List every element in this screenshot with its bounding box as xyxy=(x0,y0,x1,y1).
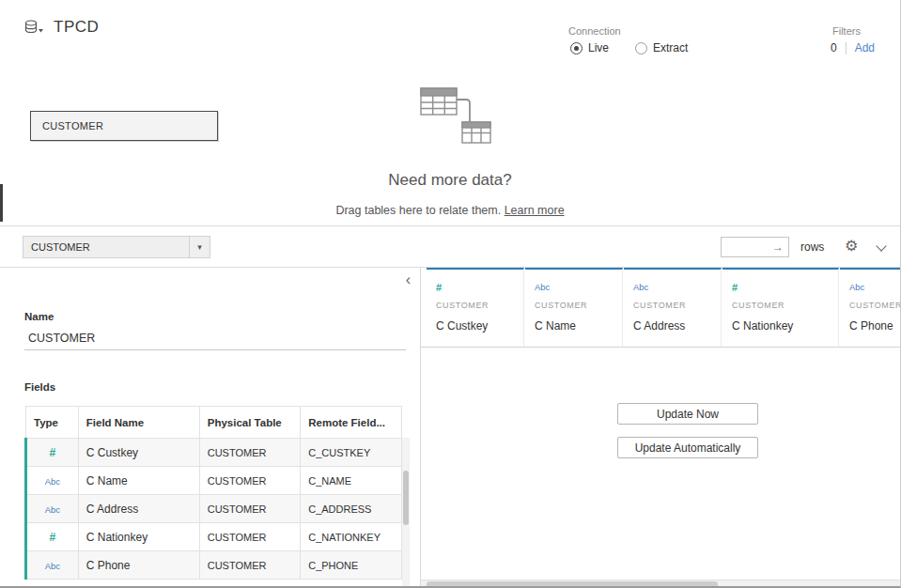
fields-table: Type Field Name Physical Table Remote Fi… xyxy=(24,406,402,580)
grid-table-name: CUSTOMER xyxy=(535,301,613,310)
field-name-cell: C Phone xyxy=(78,551,199,580)
database-icon[interactable] xyxy=(24,20,43,38)
radio-extract-icon xyxy=(635,42,647,54)
grid-column-c-nationkey[interactable]: # CUSTOMER C Nationkey xyxy=(722,268,839,347)
empty-state-title: Need more data? xyxy=(0,171,900,190)
measure-icon: # xyxy=(436,282,514,294)
scrollbar-thumb[interactable] xyxy=(427,581,718,588)
table-row[interactable]: # C Custkey CUSTOMER C_CUSTKEY xyxy=(26,439,402,467)
dimension-icon: Abc xyxy=(45,504,60,515)
data-grid-panel: # CUSTOMER C Custkey Abc CUSTOMER C Name… xyxy=(421,268,900,588)
table-card-customer[interactable]: CUSTOMER xyxy=(30,111,218,141)
physical-table-cell: CUSTOMER xyxy=(199,495,301,523)
table-card-label: CUSTOMER xyxy=(42,120,103,132)
physical-table-cell: CUSTOMER xyxy=(199,551,301,580)
radio-live-label: Live xyxy=(588,41,609,54)
rows-label: rows xyxy=(800,240,824,254)
col-header-remote-field[interactable]: Remote Field... xyxy=(301,407,402,439)
remote-field-cell: C_CUSTKEY xyxy=(301,439,402,467)
grid-field-name: C Phone xyxy=(849,319,900,333)
table-row[interactable]: Abc C Address CUSTOMER C_ADDRESS xyxy=(26,495,402,523)
update-automatically-button[interactable]: Update Automatically xyxy=(617,437,758,458)
dimension-icon: Abc xyxy=(45,561,60,571)
dimension-icon: Abc xyxy=(849,282,900,294)
add-filter-link[interactable]: Add xyxy=(855,41,875,54)
grid-table-name: CUSTOMER xyxy=(633,301,711,310)
fields-label: Fields xyxy=(24,381,55,393)
remote-field-cell: C_ADDRESS xyxy=(301,495,402,523)
remote-field-cell: C_NAME xyxy=(301,467,402,495)
datasource-page: TPCD Connection Live Extract Filters 0 A… xyxy=(0,0,901,588)
name-label: Name xyxy=(24,311,54,322)
measure-icon: # xyxy=(50,531,56,544)
grid-header-row: # CUSTOMER C Custkey Abc CUSTOMER C Name… xyxy=(421,268,900,348)
col-header-physical-table[interactable]: Physical Table xyxy=(199,407,301,439)
table-row[interactable]: # C Nationkey CUSTOMER C_NATIONKEY xyxy=(26,523,402,551)
arrow-right-icon: → xyxy=(772,240,788,254)
table-select-dropdown[interactable]: CUSTOMER ▾ xyxy=(23,236,210,258)
physical-table-cell: CUSTOMER xyxy=(199,523,301,551)
grid-table-name: CUSTOMER xyxy=(732,301,829,310)
table-row[interactable]: Abc C Name CUSTOMER C_NAME xyxy=(26,467,402,495)
field-name-cell: C Address xyxy=(78,495,199,523)
grid-table-name: CUSTOMER xyxy=(436,301,514,310)
remote-field-cell: C_PHONE xyxy=(301,551,402,580)
collapse-panel-icon[interactable]: ‹ xyxy=(406,272,411,287)
drag-hint-text: Drag tables here to relate them. xyxy=(335,204,501,217)
field-name-cell: C Name xyxy=(78,467,199,495)
connections-pane-handle[interactable] xyxy=(0,184,3,222)
measure-icon: # xyxy=(50,446,56,459)
fields-header-row: Type Field Name Physical Table Remote Fi… xyxy=(26,407,402,439)
radio-extract-label: Extract xyxy=(653,41,688,54)
table-select-value: CUSTOMER xyxy=(23,241,189,253)
caret-down-icon: ▾ xyxy=(189,237,210,257)
grid-field-name: C Custkey xyxy=(436,319,514,333)
name-value-field[interactable]: CUSTOMER xyxy=(24,327,406,350)
grid-column-c-custkey[interactable]: # CUSTOMER C Custkey xyxy=(427,268,524,347)
grid-field-name: C Name xyxy=(535,319,613,333)
rows-input[interactable] xyxy=(722,240,772,254)
update-now-button[interactable]: Update Now xyxy=(617,403,758,425)
divider xyxy=(846,42,847,54)
scrollbar-thumb[interactable] xyxy=(403,471,409,525)
learn-more-link[interactable]: Learn more xyxy=(505,204,565,217)
rows-input-box: → xyxy=(721,237,789,257)
grid-field-name: C Address xyxy=(633,319,711,333)
filters-label: Filters xyxy=(832,25,861,37)
grid-column-c-phone[interactable]: Abc CUSTOMER C Phone xyxy=(840,268,900,347)
filters-count: 0 xyxy=(831,41,837,54)
radio-live[interactable]: Live xyxy=(570,41,609,54)
connection-label: Connection xyxy=(568,25,621,37)
chevron-down-icon[interactable] xyxy=(876,240,886,251)
gear-icon[interactable]: ⚙ xyxy=(845,237,858,255)
relate-tables-illustration-icon xyxy=(412,85,505,151)
grid-horizontal-scrollbar[interactable] xyxy=(421,580,900,588)
page-title: TPCD xyxy=(54,18,99,37)
grid-toolbar: CUSTOMER ▾ → rows ⚙ xyxy=(0,225,900,268)
grid-field-name: C Nationkey xyxy=(732,319,829,333)
radio-extract[interactable]: Extract xyxy=(635,41,688,54)
remote-field-cell: C_NATIONKEY xyxy=(301,523,402,551)
field-name-cell: C Custkey xyxy=(78,439,199,467)
dimension-icon: Abc xyxy=(535,282,613,294)
radio-live-icon xyxy=(570,42,583,54)
measure-icon: # xyxy=(732,282,829,294)
lower-pane: ‹ Name CUSTOMER Fields Type Field Name P… xyxy=(0,268,900,588)
col-header-field-name[interactable]: Field Name xyxy=(78,407,199,439)
filters-row: 0 Add xyxy=(831,41,875,54)
field-name-cell: C Nationkey xyxy=(78,523,199,551)
grid-column-c-address[interactable]: Abc CUSTOMER C Address xyxy=(624,268,722,347)
grid-column-c-name[interactable]: Abc CUSTOMER C Name xyxy=(525,268,623,347)
dimension-icon: Abc xyxy=(633,282,711,294)
empty-state-subtitle: Drag tables here to relate them. Learn m… xyxy=(0,204,900,217)
grid-table-name: CUSTOMER xyxy=(849,301,900,310)
col-header-type[interactable]: Type xyxy=(26,407,79,439)
fields-scrollbar[interactable] xyxy=(402,438,410,588)
physical-table-cell: CUSTOMER xyxy=(199,439,301,467)
metadata-panel: ‹ Name CUSTOMER Fields Type Field Name P… xyxy=(0,268,421,588)
dimension-icon: Abc xyxy=(45,476,60,487)
table-row[interactable]: Abc C Phone CUSTOMER C_PHONE xyxy=(26,551,402,580)
connection-radio-group: Live Extract xyxy=(570,41,688,54)
physical-table-cell: CUSTOMER xyxy=(199,467,301,495)
